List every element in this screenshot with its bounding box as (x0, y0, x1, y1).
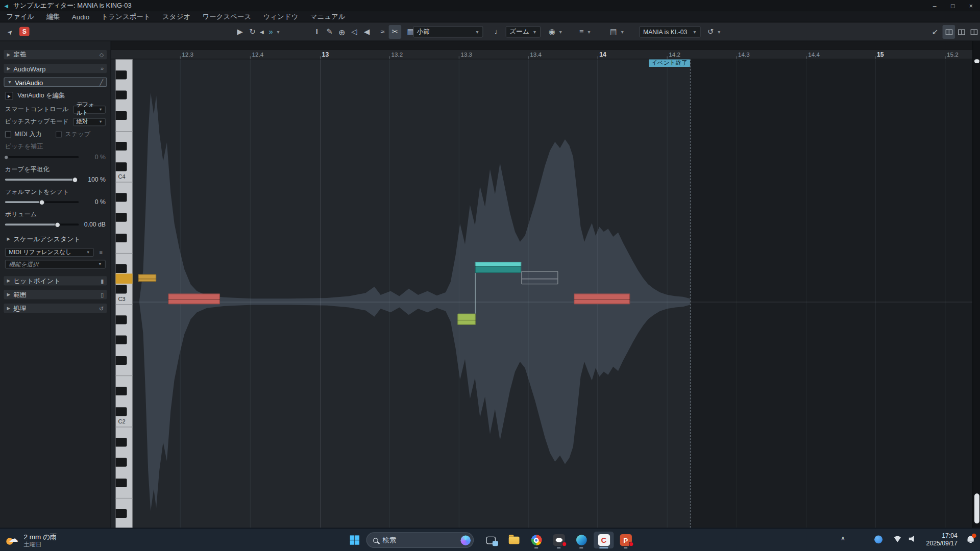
timeline-ruler[interactable]: 12.312.41313.213.313.41414.214.314.41515… (111, 50, 972, 59)
taskbar-app-cubase[interactable] (594, 532, 614, 548)
slider-4[interactable] (5, 223, 79, 226)
open-editor-window-button[interactable] (968, 25, 980, 39)
piano-key-black[interactable] (116, 111, 127, 120)
taskbar-app-taskview[interactable] (481, 532, 501, 548)
slider-2[interactable] (5, 179, 79, 181)
pitch-snap-select[interactable]: 絶対 ▼ (73, 118, 106, 126)
grid-type-select[interactable]: 小節 ▼ (413, 26, 483, 37)
notification-center-button[interactable] (966, 535, 975, 544)
tray-cloud-icon[interactable] (874, 535, 883, 543)
window-layout-right-button[interactable] (955, 25, 967, 39)
slider-knob[interactable] (39, 199, 45, 205)
variaudio-edit-toggle[interactable]: ▶ VariAudio を編集 (5, 91, 106, 100)
inspector-section-range[interactable]: ▶範囲▯ (4, 290, 107, 299)
taskbar-app-edge[interactable] (571, 532, 591, 548)
range-tool-button[interactable]: I (311, 25, 323, 39)
pitch-segment-d3-orange[interactable] (138, 274, 157, 282)
piano-keyboard[interactable]: C4C3C2 (116, 59, 133, 528)
piano-key-black[interactable] (116, 387, 127, 395)
scrollbar-thumb[interactable] (974, 493, 979, 523)
snap-line-button[interactable]: ≈ (376, 25, 388, 39)
menu-item-3[interactable]: Audio (72, 13, 89, 20)
pitch-segment-c3-red-2[interactable] (574, 294, 630, 305)
tray-overflow-chevron[interactable]: ∧ (841, 535, 845, 541)
piano-key-black[interactable] (116, 356, 127, 365)
color-scheme-button[interactable]: ▤ ▼ (607, 25, 627, 39)
piano-key-black[interactable] (116, 70, 127, 79)
piano-key-black[interactable] (116, 315, 127, 324)
autoscroll-left-icon[interactable]: ◀ (258, 25, 266, 39)
volume-icon[interactable] (909, 535, 917, 542)
menu-item-4[interactable]: トランスポート (102, 12, 151, 21)
play-button[interactable]: ▶ (234, 25, 246, 39)
piano-key-black[interactable] (116, 193, 127, 202)
zoom-preset-select[interactable]: ズーム ▼ (506, 26, 541, 37)
piano-key-black[interactable] (116, 162, 127, 171)
scrollbar-thumb-top[interactable] (974, 59, 979, 63)
audition-mute-button[interactable]: ◁ (348, 25, 360, 39)
slider-1[interactable] (5, 156, 79, 158)
close-button[interactable]: × (962, 0, 980, 11)
slider-knob[interactable] (4, 155, 9, 160)
pitch-segment-c3-red-1[interactable] (168, 294, 220, 305)
corner-zoom-icon[interactable]: ↙ (929, 25, 941, 39)
menu-item-2[interactable]: 編集 (46, 12, 60, 21)
menu-item-8[interactable]: マニュアル (310, 12, 346, 21)
start-button[interactable] (345, 532, 364, 548)
pin-icon[interactable]: ➤ (4, 25, 16, 39)
piano-key-black[interactable] (116, 336, 127, 344)
piano-key-black[interactable] (116, 407, 127, 416)
scale-function-select[interactable]: 機能を選択 ▼ (5, 260, 106, 268)
taskbar-app-explorer[interactable] (504, 532, 524, 548)
zoom-tool-button[interactable]: ⊕ (336, 25, 348, 39)
editor-canvas[interactable]: C4C3C2 イベント終了 (111, 59, 972, 528)
minimize-button[interactable]: – (925, 0, 944, 11)
midi-input-checkbox[interactable] (5, 131, 11, 137)
window-layout-left-button[interactable] (943, 25, 955, 39)
snap-zero-cross-button[interactable]: ✂ (389, 25, 401, 39)
draw-tool-button[interactable]: ✎ (323, 25, 335, 39)
quantize-note-icon[interactable]: ♩ (492, 25, 504, 39)
autoscroll-button[interactable]: » ▼ (266, 25, 283, 39)
taskbar-search[interactable]: 検索 (366, 532, 474, 548)
pitch-segment-as2-green[interactable] (457, 314, 476, 325)
inspector-section-definition[interactable]: ▶定義◇ (4, 50, 107, 59)
piano-key-black[interactable] (116, 234, 127, 242)
taskbar-clock[interactable]: 17:04 2025/09/17 (926, 532, 958, 547)
menu-item-5[interactable]: スタジオ (162, 12, 190, 21)
pitch-segment-ds3-teal-selected[interactable] (475, 262, 522, 273)
clip-select[interactable]: MANIA is KI.-03 ▼ (640, 26, 701, 37)
inspector-section-scale-assistant[interactable]: ▶ スケールアシスタント (4, 234, 107, 243)
waveform-plot[interactable]: イベント終了 (133, 59, 972, 528)
slider-knob[interactable] (72, 177, 78, 183)
menu-item-7[interactable]: ウィンドウ (263, 12, 299, 21)
step-checkbox[interactable] (56, 131, 62, 137)
inspector-section-variaudio[interactable]: ▼ VariAudio ╱ (4, 78, 107, 87)
taskbar-weather-widget[interactable]: ☁ 2 mm の雨 土曜日 (6, 531, 57, 550)
slider-3[interactable] (5, 201, 79, 203)
vertical-scrollbar[interactable] (972, 41, 980, 528)
inspector-section-audiowarp[interactable]: ▶AudioWarp» (4, 64, 107, 73)
solo-button[interactable]: S (19, 27, 30, 36)
piano-key-black[interactable] (116, 142, 127, 151)
piano-key-black[interactable] (116, 509, 127, 518)
layers-button[interactable]: ≡ ▼ (577, 25, 594, 39)
menu-item-6[interactable]: ワークスペース (202, 12, 251, 21)
scale-setup-icon[interactable]: ≡ (96, 248, 106, 257)
piano-key-black[interactable] (116, 458, 127, 467)
piano-key-black[interactable] (116, 479, 127, 487)
inspector-section-process[interactable]: ▶処理↺ (4, 304, 107, 313)
piano-key-black[interactable] (116, 438, 127, 446)
piano-key-black[interactable] (116, 213, 127, 222)
view-options-button[interactable]: ◉ ▼ (546, 25, 565, 39)
piano-key-black[interactable] (116, 91, 127, 99)
piano-key-black[interactable] (116, 285, 127, 293)
menu-item-1[interactable]: ファイル (6, 12, 34, 21)
taskbar-app-discord[interactable] (549, 532, 569, 548)
inspector-section-hitpoints[interactable]: ▶ヒットポイント▮ (4, 276, 107, 285)
scale-reference-select[interactable]: MIDI リファレンスなし ▼ (5, 248, 94, 257)
smart-controls-select[interactable]: デフォルト ▼ (73, 105, 106, 113)
pitch-segment-d3-ghost[interactable] (521, 271, 558, 284)
offline-history-button[interactable]: ↺ ▼ (705, 25, 724, 39)
piano-key-black[interactable] (116, 264, 127, 273)
